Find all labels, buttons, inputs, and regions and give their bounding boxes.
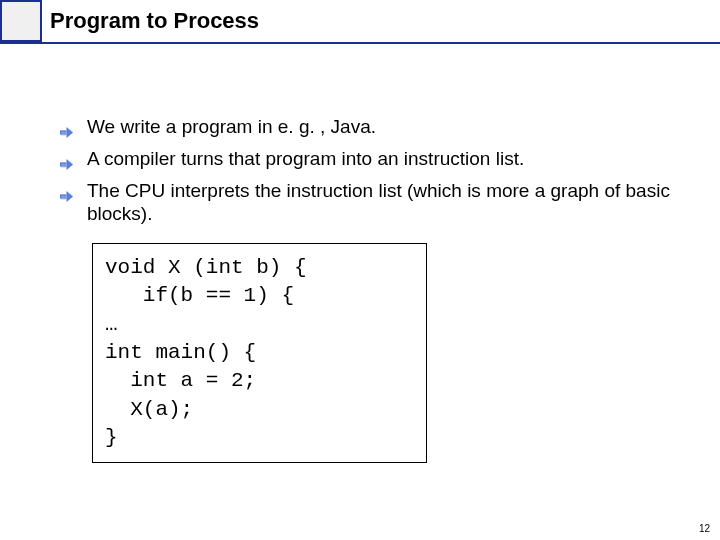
svg-marker-1 [67,127,74,138]
bullet-arrow-icon [60,121,73,145]
svg-rect-8 [61,195,66,199]
bullet-item: A compiler turns that program into an in… [60,147,680,177]
slide-title: Program to Process [50,8,259,34]
code-block: void X (int b) { if(b == 1) { … int main… [92,243,427,463]
page-number: 12 [699,523,710,534]
slide: Program to Process We write a program in… [0,0,720,540]
svg-rect-5 [61,163,66,167]
bullet-text: The CPU interprets the instruction list … [87,179,680,227]
title-underline [0,42,720,44]
svg-marker-4 [67,159,74,170]
svg-rect-2 [61,131,66,135]
bullet-item: We write a program in e. g. , Java. [60,115,680,145]
body-content: We write a program in e. g. , Java. A co… [60,115,680,228]
bullet-text: We write a program in e. g. , Java. [87,115,680,139]
bullet-arrow-icon [60,185,73,209]
bullet-arrow-icon [60,153,73,177]
bullet-text: A compiler turns that program into an in… [87,147,680,171]
bullet-item: The CPU interprets the instruction list … [60,179,680,227]
corner-decoration [0,0,42,42]
svg-marker-7 [67,191,74,202]
